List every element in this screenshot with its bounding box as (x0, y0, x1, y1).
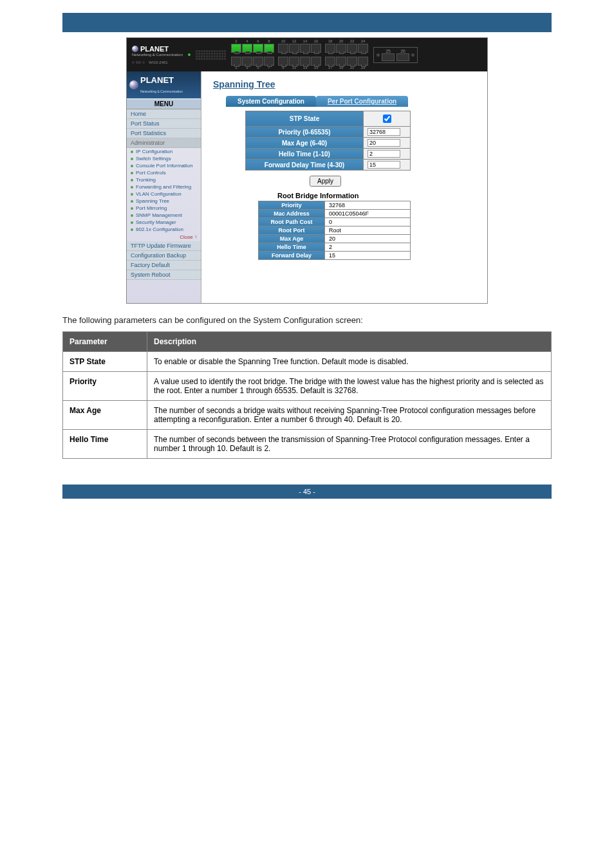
port-21[interactable] (347, 57, 357, 66)
sub-trunking[interactable]: Trunking (127, 176, 201, 183)
port-groups: 21436587 109121114131615 181720192221242… (231, 39, 368, 70)
rbi-priority-value: 32768 (325, 201, 411, 210)
port-11[interactable] (289, 57, 299, 66)
maxage-label: Max Age (6-40) (246, 138, 364, 149)
stp-config-table: STP State Priority (0-65535) Max Age (6-… (245, 111, 411, 171)
fwddelay-label: Forward Delay Time (4-30) (246, 160, 364, 171)
device-logo: PLANET Networking & Communication WGS-24… (132, 45, 183, 64)
parameter-table: Parameter Description STP State To enabl… (62, 331, 552, 459)
param-hellotime-name: Hello Time (63, 430, 147, 459)
port-12[interactable] (289, 44, 299, 53)
device-model: WGS-2401 (149, 60, 168, 64)
close-link[interactable]: Close ↑ (127, 233, 201, 241)
stp-state-label: STP State (246, 111, 364, 127)
rbi-fwddelay-value: 15 (325, 252, 411, 260)
page-title: Spanning Tree (213, 79, 476, 89)
port-20[interactable] (336, 44, 346, 53)
param-maxage-desc: The number of seconds a bridge waits wit… (147, 401, 552, 430)
param-priority-desc: A value used to identify the root bridge… (147, 372, 552, 401)
port-1[interactable] (231, 57, 241, 66)
port-4[interactable] (242, 44, 252, 53)
sub-snmp-management[interactable]: SNMP Management (127, 212, 201, 219)
param-priority-name: Priority (63, 372, 147, 401)
menu-port-status[interactable]: Port Status (127, 119, 201, 129)
sub-security-manager[interactable]: Security Manager (127, 219, 201, 226)
rbi-mac-label: Mac Address (259, 210, 325, 218)
menu-config-backup[interactable]: Configuration Backup (127, 251, 201, 261)
stp-state-checkbox[interactable] (383, 115, 391, 123)
doc-header-bar (62, 13, 552, 32)
tab-per-port-configuration[interactable]: Per Port Configuration (316, 96, 408, 107)
port-2[interactable] (231, 44, 241, 53)
port-15[interactable] (311, 57, 321, 66)
port-16[interactable] (311, 44, 321, 53)
rbi-rootport-value: Root (325, 226, 411, 235)
rbi-hellotime-label: Hello Time (259, 243, 325, 252)
sub-switch-settings[interactable]: Switch Settings (127, 155, 201, 162)
port-24[interactable] (358, 44, 368, 53)
rbi-priority-label: Priority (259, 201, 325, 210)
root-bridge-info-table: Priority32768 Mac Address00001C05046F Ro… (258, 201, 411, 260)
menu-home[interactable]: Home (127, 109, 201, 119)
param-header-parameter: Parameter (63, 332, 147, 352)
menu-header: MENU (127, 98, 201, 109)
port-3[interactable] (242, 57, 252, 66)
menu-port-statistics[interactable]: Port Statistics (127, 129, 201, 138)
param-header-description: Description (147, 332, 552, 352)
rbi-fwddelay-label: Forward Delay (259, 252, 325, 260)
priority-label: Priority (0-65535) (246, 127, 364, 138)
port-17[interactable] (325, 57, 335, 66)
content-area: Spanning Tree System Configuration Per P… (201, 71, 487, 303)
device-logo-text: PLANET (140, 45, 169, 53)
apply-button[interactable]: Apply (310, 176, 341, 187)
status-leds (196, 50, 226, 60)
sub-spanning-tree[interactable]: Spanning Tree (127, 198, 201, 205)
fwddelay-input[interactable] (367, 161, 400, 169)
port-10[interactable] (278, 44, 288, 53)
globe-icon (132, 46, 138, 52)
param-stpstate-name: STP State (63, 352, 147, 372)
port-8[interactable] (264, 44, 274, 53)
rbi-rootpathcost-value: 0 (325, 218, 411, 226)
priority-input[interactable] (367, 128, 400, 136)
port-22[interactable] (347, 44, 357, 53)
device-panel: PLANET Networking & Communication WGS-24… (127, 38, 487, 71)
port-13[interactable] (300, 57, 310, 66)
uplink-25-label: 25 (386, 49, 391, 53)
rbi-mac-value: 00001C05046F (325, 210, 411, 218)
sub-vlan-configuration[interactable]: VLAN Configuration (127, 190, 201, 198)
menu-system-reboot[interactable]: System Reboot (127, 270, 201, 280)
param-maxage-name: Max Age (63, 401, 147, 430)
port-9[interactable] (278, 57, 288, 66)
menu-factory-default[interactable]: Factory Default (127, 261, 201, 270)
rbi-rootport-label: Root Port (259, 226, 325, 235)
param-hellotime-desc: The number of seconds between the transm… (147, 430, 552, 459)
port-6[interactable] (253, 44, 263, 53)
maxage-input[interactable] (367, 139, 400, 147)
device-logo-sub: Networking & Communication (132, 53, 183, 57)
port-23[interactable] (358, 57, 368, 66)
sub-ip-configuration[interactable]: IP Configuration (127, 148, 201, 155)
rbi-rootpathcost-label: Root Path Cost (259, 218, 325, 226)
port-19[interactable] (336, 57, 346, 66)
port-5[interactable] (253, 57, 263, 66)
menu-tftp-update[interactable]: TFTP Update Firmware (127, 241, 201, 251)
tab-system-configuration[interactable]: System Configuration (226, 96, 316, 107)
port-7[interactable] (264, 57, 274, 66)
sub-port-controls[interactable]: Port Controls (127, 169, 201, 176)
hellotime-input[interactable] (367, 150, 400, 158)
sub-8021x-configuration[interactable]: 802.1x Configuration (127, 226, 201, 233)
rbi-maxage-value: 20 (325, 235, 411, 243)
rbi-maxage-label: Max Age (259, 235, 325, 243)
description-text: The following parameters can be configur… (62, 315, 552, 325)
port-14[interactable] (300, 44, 310, 53)
doc-footer-bar: - 45 - (62, 485, 552, 499)
sub-port-mirroring[interactable]: Port Mirroring (127, 205, 201, 212)
sidebar-logo-text: PLANET (140, 75, 174, 85)
sub-forwarding-filtering[interactable]: Forwarding and Filtering (127, 183, 201, 190)
menu-administrator[interactable]: Administrator (127, 138, 201, 148)
sub-console-port-info[interactable]: Console Port Information (127, 162, 201, 169)
port-18[interactable] (325, 44, 335, 53)
hellotime-label: Hello Time (1-10) (246, 149, 364, 160)
root-bridge-info-title: Root Bridge Information (277, 192, 476, 199)
